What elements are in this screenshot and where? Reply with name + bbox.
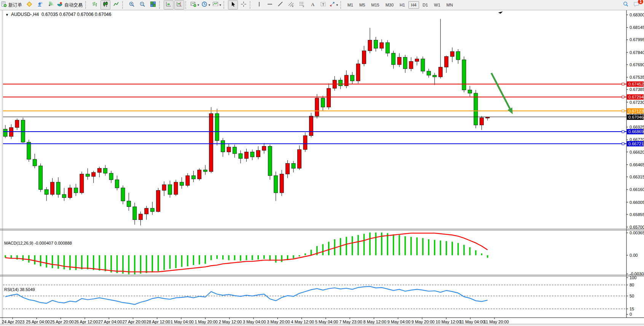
timeframe-button-m5[interactable]: M5: [357, 1, 368, 9]
svg-text:9 May 04:00: 9 May 04:00: [387, 320, 411, 324]
chevron-down-icon[interactable]: ▼: [197, 3, 200, 7]
svg-text:F: F: [303, 5, 304, 8]
auto-scroll-icon: [166, 1, 172, 9]
arrows-icon: [329, 1, 335, 9]
chevron-down-icon[interactable]: ▼: [336, 3, 339, 7]
svg-text:2 May 12:00: 2 May 12:00: [219, 320, 242, 324]
svg-text:0.66005: 0.66005: [630, 200, 644, 205]
hline-icon: [267, 1, 273, 9]
chart-controls-group: ▼▼▼: [89, 0, 223, 10]
tile-windows-icon: [150, 1, 156, 9]
auto-scroll-button[interactable]: [164, 0, 174, 10]
svg-text:8 May 12:00: 8 May 12:00: [363, 320, 387, 324]
new-order-button[interactable]: 新订单: [0, 0, 24, 10]
svg-text:26 Apr 12:00: 26 Apr 12:00: [74, 320, 98, 324]
candlestick-chart-button[interactable]: [100, 0, 110, 10]
svg-text:7 May 23:00: 7 May 23:00: [339, 320, 362, 324]
svg-text:0: 0: [630, 312, 632, 316]
indicators-icon: [212, 1, 218, 9]
svg-text:0.67385: 0.67385: [630, 87, 644, 92]
timeframe-button-h4[interactable]: H4: [408, 1, 419, 9]
line-handle[interactable]: [622, 83, 624, 85]
line-handle[interactable]: [622, 96, 624, 98]
svg-text:25 Apr 20:00: 25 Apr 20:00: [50, 320, 74, 324]
profiles-button[interactable]: ▼: [201, 0, 211, 10]
search-button[interactable]: [621, 0, 631, 10]
chat-button[interactable]: 1: [631, 0, 641, 10]
line-handle[interactable]: [622, 110, 624, 112]
svg-text:0.66869: 0.66869: [628, 129, 644, 134]
cursor-button[interactable]: [228, 0, 238, 10]
line-handle[interactable]: [622, 143, 624, 145]
horizontal-line-button[interactable]: [265, 0, 275, 10]
chevron-down-icon[interactable]: ▼: [219, 3, 222, 7]
svg-text:1 May 20:00: 1 May 20:00: [194, 320, 218, 324]
chevron-down-icon[interactable]: ▼: [208, 3, 211, 7]
new-order-icon: [1, 1, 7, 9]
svg-text:0.67230: 0.67230: [630, 100, 644, 105]
drawing-tools-group: EFAT▼: [228, 0, 340, 10]
timeframe-button-d1[interactable]: D1: [420, 1, 430, 9]
macd-indicator-label: MACD(12,26,9) -0.000407 0.000888: [4, 241, 72, 245]
tile-windows-button[interactable]: [148, 0, 158, 10]
svg-text:0.67535: 0.67535: [630, 75, 644, 80]
auto-trading-button[interactable]: 自动交易: [56, 0, 84, 10]
toolbar-grip[interactable]: [223, 1, 227, 9]
zoom-in-button[interactable]: [127, 0, 137, 10]
zoom-out-button[interactable]: [137, 0, 147, 10]
toolbar-separator: [122, 1, 126, 9]
channel-button[interactable]: E: [286, 0, 296, 10]
signals-button[interactable]: [46, 0, 56, 10]
chart-menu-triangle-icon[interactable]: ▼: [5, 13, 9, 17]
toolbar-grip[interactable]: [85, 1, 89, 9]
main-toolbar: 新订单自动交易 ▼▼▼ EFAT▼ M1M5M15M30H1H4D1W1MN 1: [0, 0, 644, 10]
chart-shift-button[interactable]: [174, 0, 184, 10]
new-chart-button[interactable]: ▼: [190, 0, 200, 10]
svg-text:0.67840: 0.67840: [630, 50, 644, 55]
timeframe-button-w1[interactable]: W1: [431, 1, 443, 9]
bar-chart-button[interactable]: [90, 0, 100, 10]
chart-canvas[interactable]: 0.683000.681450.679950.678400.676900.675…: [0, 10, 644, 326]
text-label-icon: T: [320, 1, 326, 9]
line-chart-button[interactable]: [111, 0, 121, 10]
svg-text:3 May 20:00: 3 May 20:00: [267, 320, 290, 324]
arrows-button[interactable]: ▼: [329, 0, 339, 10]
line-handle[interactable]: [622, 130, 624, 133]
svg-text:0.67123: 0.67123: [628, 109, 644, 113]
community-button[interactable]: [35, 0, 45, 10]
text-button[interactable]: A: [308, 0, 317, 10]
indicators-button[interactable]: ▼: [212, 0, 222, 10]
toolbar-grip[interactable]: [340, 1, 344, 9]
svg-text:E: E: [292, 5, 293, 7]
period-clock-icon: [201, 1, 207, 9]
svg-text:0.68300: 0.68300: [630, 13, 644, 17]
toolbar-right-icons: 1: [620, 0, 642, 10]
svg-text:15: 15: [630, 307, 634, 311]
trendline-button[interactable]: [276, 0, 285, 10]
svg-text:11 May 04:00: 11 May 04:00: [460, 320, 485, 324]
timeframe-button-h1[interactable]: H1: [397, 1, 408, 9]
candles-chart-icon: [102, 1, 108, 9]
svg-text:50: 50: [630, 294, 634, 298]
timeframe-button-m15[interactable]: M15: [368, 1, 382, 9]
cursor-icon: [230, 1, 236, 9]
toolbar-separator: [185, 1, 189, 9]
svg-text:9 May 20:00: 9 May 20:00: [411, 320, 435, 324]
trade-toolbar-group: 新订单自动交易: [0, 0, 84, 10]
svg-text:0.66465: 0.66465: [630, 162, 644, 167]
metaeditor-button[interactable]: [24, 0, 34, 10]
community-icon: [37, 1, 43, 9]
crosshair-button[interactable]: [239, 0, 249, 10]
svg-text:24 Apr 2023: 24 Apr 2023: [2, 320, 24, 324]
fibonacci-button[interactable]: F: [297, 0, 307, 10]
bars-chart-icon: [92, 1, 98, 9]
svg-text:0.66925: 0.66925: [630, 125, 644, 129]
timeframe-button-mn[interactable]: MN: [444, 1, 456, 9]
text-label-button[interactable]: T: [318, 0, 328, 10]
svg-text:3 May 04:00: 3 May 04:00: [243, 320, 266, 324]
vertical-line-button[interactable]: [254, 0, 264, 10]
application-window: 新订单自动交易 ▼▼▼ EFAT▼ M1M5M15M30H1H4D1W1MN 1…: [0, 0, 644, 326]
chart-title: ▼AUDUSD-,H4 0.67035 0.67047 0.67006 0.67…: [5, 12, 111, 17]
timeframe-button-m30[interactable]: M30: [383, 1, 396, 9]
timeframe-button-m1[interactable]: M1: [345, 1, 356, 9]
